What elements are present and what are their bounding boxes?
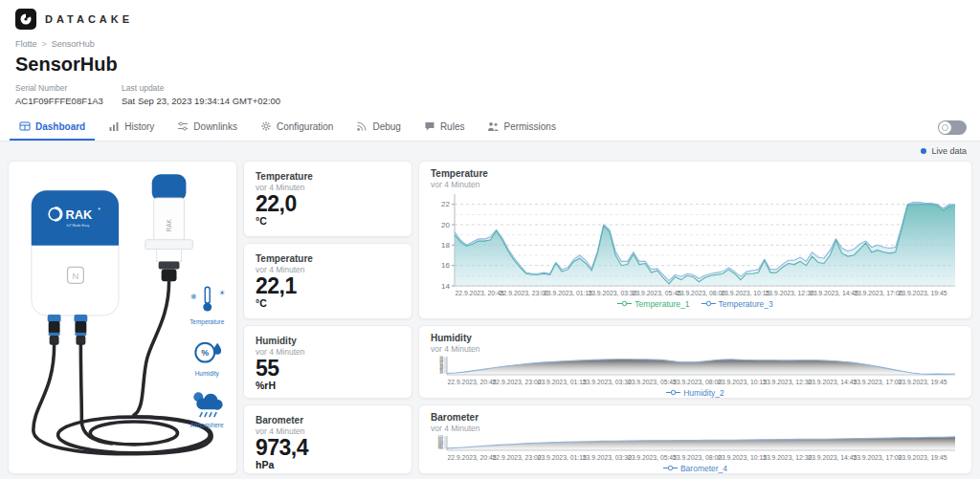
device-image-card: RAK*IoT Made EasyNRAK❄☀Temperature%Humid…: [8, 161, 237, 474]
svg-text:RAK: RAK: [66, 207, 94, 222]
live-data-indicator: Live data: [0, 144, 980, 161]
measurement-unit: °C: [256, 215, 400, 228]
breadcrumb-item-flotte[interactable]: Flotte: [15, 39, 37, 49]
history-icon: [108, 120, 120, 132]
live-data-label: Live data: [931, 146, 967, 156]
legend-label: Temperature_3: [719, 299, 773, 309]
svg-text:23.9.2023, 08:00: 23.9.2023, 08:00: [673, 454, 722, 461]
tab-configuration[interactable]: Configuration: [251, 114, 343, 141]
legend-marker-icon: [617, 300, 632, 307]
device-meta: Serial Number AC1F09FFFE08F1A3 Last upda…: [15, 83, 965, 114]
cable-connector: [74, 315, 87, 345]
rain-icon: [200, 412, 216, 417]
page-title: SensorHub: [15, 54, 965, 76]
measurement-unit: hPa: [256, 459, 400, 471]
measurement-value: 55: [256, 358, 400, 380]
droplet-icon: [213, 343, 221, 355]
rules-icon: [424, 120, 435, 132]
svg-text:23.9.2023, 14:45: 23.9.2023, 14:45: [810, 290, 858, 296]
legend-label: Humidity_2: [683, 388, 724, 398]
svg-text:23.9.2023, 08:00: 23.9.2023, 08:00: [673, 379, 722, 385]
svg-text:23.9.2023, 14:45: 23.9.2023, 14:45: [808, 454, 857, 461]
value-card-title: Temperature: [256, 253, 400, 265]
tab-debug[interactable]: Debug: [346, 114, 410, 141]
svg-text:23.9.2023, 03:30: 23.9.2023, 03:30: [588, 290, 636, 296]
chart-legend: Humidity_2: [431, 386, 960, 399]
breadcrumb-separator: >: [42, 39, 47, 49]
svg-text:23.9.2023, 10:15: 23.9.2023, 10:15: [718, 454, 767, 461]
svg-text:23.9.2023, 19:45: 23.9.2023, 19:45: [898, 454, 947, 461]
value-card-barometer: Barometervor 4 Minuten973,4hPa: [243, 404, 412, 474]
chart-title: Barometer: [431, 412, 960, 424]
datacake-logo-icon[interactable]: [15, 9, 36, 30]
cake-glyph-icon: [19, 12, 33, 26]
legend-item[interactable]: Temperature_1: [617, 299, 689, 309]
svg-text:22.9.2023, 23:00: 22.9.2023, 23:00: [493, 454, 542, 461]
brand-name: DATACAKE: [45, 13, 133, 25]
rak-main-unit: RAK*IoT Made EasyN: [32, 190, 119, 345]
brand-row: DATACAKE: [15, 9, 965, 30]
tab-rules[interactable]: Rules: [414, 114, 475, 141]
legend-item[interactable]: Temperature_3: [702, 299, 773, 309]
nfc-n: N: [72, 271, 78, 281]
svg-text:23.9.2023, 17:00: 23.9.2023, 17:00: [853, 454, 902, 461]
permissions-icon: [487, 120, 499, 132]
measurement-unit: %rH: [256, 380, 400, 392]
tab-history[interactable]: History: [99, 114, 164, 141]
chart-plot-area: 5655545352515049484746454422.9.2023, 20:…: [431, 355, 960, 386]
svg-text:23.9.2023, 05:45: 23.9.2023, 05:45: [628, 379, 677, 385]
downlinks-icon: [177, 120, 189, 132]
measurement-value: 973,4: [256, 437, 400, 459]
value-card-humidity: Humidityvor 4 Minuten55%rH: [243, 325, 412, 399]
svg-text:16: 16: [441, 261, 450, 270]
chart-legend: Temperature_1Temperature_3: [431, 297, 960, 310]
svg-text:23.9.2023, 19:45: 23.9.2023, 19:45: [898, 379, 947, 385]
legend-item[interactable]: Humidity_2: [666, 388, 724, 398]
svg-text:23.9.2023, 14:45: 23.9.2023, 14:45: [808, 379, 857, 385]
svg-text:22.9.2023, 20:45: 22.9.2023, 20:45: [447, 379, 496, 385]
last-update-value: Sat Sep 23, 2023 19:34:14 GMT+02:00: [122, 96, 280, 106]
svg-text:23.9.2023, 17:00: 23.9.2023, 17:00: [853, 379, 902, 385]
widget-grid: RAK*IoT Made EasyNRAK❄☀Temperature%Humid…: [0, 161, 980, 474]
breadcrumb-item-current: SensorHub: [52, 39, 95, 49]
svg-text:22: 22: [441, 200, 450, 208]
live-data-toggle[interactable]: [938, 120, 967, 135]
legend-marker-icon: [663, 465, 678, 471]
legend-label: Temperature_1: [635, 299, 689, 309]
tab-permissions[interactable]: Permissions: [478, 114, 565, 141]
measurement-value: 22,0: [256, 193, 400, 215]
serial-number-value: AC1F09FFFE08F1A3: [15, 96, 122, 106]
svg-text:*: *: [98, 207, 100, 213]
dashboard-content: Live data RAK*IoT Made EasyNRAK❄☀Tempera…: [0, 142, 980, 479]
legend-marker-icon: [666, 389, 680, 396]
svg-text:965: 965: [438, 446, 444, 450]
chart-legend: Barometer_4: [431, 462, 960, 474]
svg-text:23.9.2023, 10:15: 23.9.2023, 10:15: [718, 379, 767, 385]
page-header: DATACAKE Flotte>SensorHub SensorHub Seri…: [0, 0, 980, 114]
legend-marker-icon: [702, 300, 716, 307]
svg-text:23.9.2023, 12:30: 23.9.2023, 12:30: [766, 290, 814, 296]
snowflake-icon: ❄: [190, 293, 197, 301]
svg-text:%: %: [201, 348, 209, 358]
svg-text:23.9.2023, 12:30: 23.9.2023, 12:30: [763, 454, 812, 461]
tab-label: Dashboard: [35, 121, 85, 132]
svg-text:22.9.2023, 23:00: 22.9.2023, 23:00: [493, 379, 542, 385]
svg-text:14: 14: [441, 282, 450, 291]
tab-dashboard[interactable]: Dashboard: [10, 114, 95, 141]
svg-text:23.9.2023, 08:00: 23.9.2023, 08:00: [677, 290, 725, 296]
tab-downlinks[interactable]: Downlinks: [167, 114, 247, 141]
feature-label: Atmosphere: [190, 422, 224, 429]
value-card-temperature-1: Temperaturevor 4 Minuten22,0°C: [243, 161, 412, 237]
chart-card-barometer: Barometervor 4 Minuten973972971970969968…: [418, 404, 972, 474]
value-card-temperature-2: Temperaturevor 4 Minuten22,1°C: [243, 243, 412, 319]
svg-text:23.9.2023, 05:45: 23.9.2023, 05:45: [628, 454, 677, 461]
svg-text:23.9.2023, 03:30: 23.9.2023, 03:30: [583, 379, 632, 385]
legend-item[interactable]: Barometer_4: [663, 464, 727, 473]
feature-humidity: %Humidity: [195, 343, 221, 379]
rak-sensor-probe: RAK: [145, 174, 193, 281]
svg-text:23.9.2023, 19:45: 23.9.2023, 19:45: [898, 290, 947, 296]
chart-title: Temperature: [431, 168, 960, 180]
chart-plot-area: 141618202222.9.2023, 20:4522.9.2023, 23:…: [431, 190, 960, 297]
svg-text:23.9.2023, 10:15: 23.9.2023, 10:15: [721, 290, 769, 296]
chart-plot-area: 97397297197096996896796696522.9.2023, 20…: [431, 434, 960, 462]
